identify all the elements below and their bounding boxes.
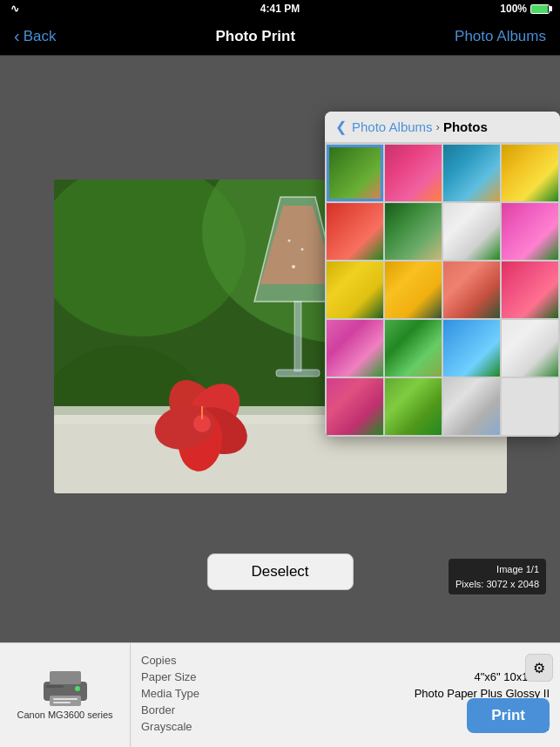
wifi-icon: ∿ [10,3,19,15]
thumbnail-15[interactable] [443,320,500,377]
battery-icon [530,4,550,14]
media-type-label: Media Type [141,687,199,700]
photo-albums-button[interactable]: Photo Albums [455,28,546,45]
deselect-button[interactable]: Deselect [206,553,353,590]
thumbnail-1[interactable] [327,145,383,201]
breadcrumb: Photo Albums › Photos [352,119,488,134]
photo-grid [325,143,560,437]
svg-rect-21 [50,696,81,706]
thumbnail-4[interactable] [502,145,558,201]
thumbnail-12[interactable] [502,261,558,318]
back-chevron-icon: ‹ [14,26,20,46]
svg-point-10 [300,248,303,250]
svg-rect-8 [276,370,320,377]
thumbnail-17[interactable] [327,378,383,435]
svg-point-24 [75,686,80,691]
thumbnail-16[interactable] [502,320,558,377]
settings-section: Copies 1 Paper Size 4"x6" 10x15cm Media … [131,647,560,744]
svg-rect-25 [46,685,64,688]
svg-rect-23 [53,702,71,703]
grayscale-label: Grayscale [141,720,192,733]
dropdown-back-button[interactable]: ❮ [335,119,347,135]
status-right-icons: 100% [500,3,550,15]
copies-label: Copies [141,654,176,667]
gear-icon: ⚙ [533,660,545,676]
thumbnail-18[interactable] [385,378,442,435]
print-button[interactable]: Print [467,698,550,733]
printer-name: Canon MG3600 series [17,710,112,720]
breadcrumb-photos: Photos [443,119,488,134]
thumbnail-2[interactable] [385,145,442,201]
thumbnail-9[interactable] [327,261,383,318]
main-content: Deselect Image 1/1 Pixels: 3072 x 2048 ❮… [0,56,560,642]
status-time: 4:41 PM [260,3,300,15]
thumbnail-19[interactable] [443,378,500,435]
printer-section: Canon MG3600 series [0,643,131,747]
thumbnail-7[interactable] [443,203,500,260]
svg-point-9 [292,265,295,268]
dropdown-header: ❮ Photo Albums › Photos [325,112,560,143]
back-label: Back [24,28,57,45]
border-label: Border [141,703,175,716]
thumbnail-6[interactable] [385,203,442,260]
bottom-toolbar: Canon MG3600 series Copies 1 Paper Size … [0,642,560,747]
back-button[interactable]: ‹ Back [14,26,56,46]
printer-icon [39,671,91,706]
status-bar: ∿ 4:41 PM 100% [0,0,560,17]
image-info-line2: Pixels: 3072 x 2048 [455,577,539,592]
thumbnail-8[interactable] [502,203,558,260]
nav-bar: ‹ Back Photo Print Photo Albums [0,17,560,56]
thumbnail-5[interactable] [327,203,383,260]
paper-size-row: Paper Size 4"x6" 10x15cm [141,670,550,683]
thumbnail-20[interactable] [502,378,558,435]
svg-rect-7 [294,302,301,371]
thumbnail-10[interactable] [385,261,442,318]
breadcrumb-separator: › [436,120,440,133]
image-info: Image 1/1 Pixels: 3072 x 2048 [449,559,546,594]
svg-point-11 [287,239,290,241]
breadcrumb-albums[interactable]: Photo Albums [352,119,433,134]
gear-button[interactable]: ⚙ [525,654,553,682]
nav-title: Photo Print [215,28,295,45]
battery-label: 100% [500,3,527,15]
paper-size-label: Paper Size [141,670,197,683]
status-left-icons: ∿ [10,3,19,15]
thumbnail-11[interactable] [443,261,500,318]
copies-row: Copies 1 [141,654,550,667]
thumbnail-14[interactable] [385,320,442,377]
svg-rect-20 [50,671,81,684]
svg-rect-22 [53,698,78,700]
thumbnail-13[interactable] [327,320,383,377]
photo-dropdown: ❮ Photo Albums › Photos [325,112,560,437]
thumbnail-3[interactable] [443,145,500,201]
image-info-line1: Image 1/1 [455,562,539,577]
